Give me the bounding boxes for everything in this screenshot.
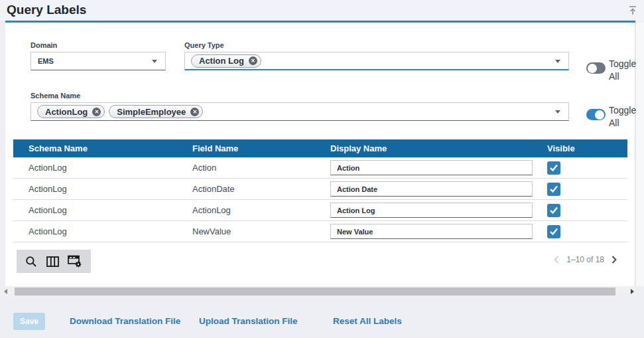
domain-select-value: EMS: [31, 57, 54, 65]
labels-table: Schema Name Field Name Display Name Visi…: [13, 139, 627, 242]
previous-page-icon[interactable]: [554, 256, 559, 264]
next-page-icon[interactable]: [612, 256, 617, 264]
query-type-chips: Action Log✕: [185, 54, 261, 68]
chip-label: ActionLog: [45, 107, 88, 117]
table-row: ActionLogNewValue: [13, 221, 627, 242]
display-name-input[interactable]: [330, 203, 533, 218]
pagination: 1–10 of 18: [554, 255, 617, 264]
selected-option-chip: SimpleEmployee✕: [109, 105, 203, 118]
search-icon[interactable]: [25, 256, 37, 268]
visible-checkbox[interactable]: [547, 183, 560, 196]
scrollbar-thumb[interactable]: [15, 288, 615, 296]
visible-checkbox[interactable]: [547, 204, 560, 217]
column-header-visible: Visible: [532, 143, 627, 153]
columns-icon[interactable]: [46, 256, 59, 267]
query-type-label: Query Type: [184, 41, 224, 49]
display-name-input[interactable]: [330, 224, 533, 239]
table-header-row: Schema Name Field Name Display Name Visi…: [13, 139, 627, 157]
schema-name-cell: ActionLog: [13, 205, 177, 215]
footer-bar: Save Download Translation File Upload Tr…: [0, 297, 644, 338]
page-title: Query Labels: [7, 3, 86, 17]
toggle-knob: [588, 64, 597, 73]
domain-select[interactable]: EMS: [31, 52, 166, 70]
grid-toolbar: [17, 250, 91, 273]
field-name-cell: NewValue: [177, 226, 315, 236]
display-name-input[interactable]: [330, 181, 533, 197]
reset-all-labels-link[interactable]: Reset All Labels: [333, 316, 402, 326]
column-header-schema-name: Schema Name: [13, 143, 177, 153]
visible-checkbox[interactable]: [547, 161, 560, 175]
toggle-knob: [595, 110, 604, 120]
page-range-text: 1–10 of 18: [566, 255, 604, 264]
chevron-down-icon: [555, 60, 560, 63]
table-body: ActionLogActionActionLogActionDateAction…: [13, 157, 627, 242]
schema-name-label: Schema Name: [31, 92, 80, 100]
download-translation-file-link[interactable]: Download Translation File: [70, 316, 180, 326]
scroll-left-icon[interactable]: [4, 289, 7, 294]
display-name-cell: [315, 203, 532, 218]
main-panel: Domain EMS Query Type Action Log✕ Toggle…: [5, 23, 635, 286]
display-name-input[interactable]: [330, 160, 533, 175]
schema-name-cell: ActionLog: [13, 184, 177, 194]
display-name-cell: [315, 224, 532, 239]
page-header: Query Labels: [0, 0, 644, 21]
schema-name-chips: ActionLog✕SimpleEmployee✕: [31, 105, 203, 118]
schema-name-cell: ActionLog: [13, 163, 177, 173]
query-type-select[interactable]: Action Log✕: [184, 52, 569, 70]
visible-cell: [532, 204, 627, 217]
collapse-panel-icon[interactable]: [627, 5, 639, 17]
vertical-scroll-gutter: [636, 23, 644, 286]
scroll-right-icon[interactable]: [631, 289, 634, 294]
chip-label: SimpleEmployee: [117, 107, 186, 117]
field-name-cell: ActionDate: [177, 184, 315, 194]
schema-name-select[interactable]: ActionLog✕SimpleEmployee✕: [31, 102, 569, 121]
visible-checkbox[interactable]: [547, 225, 560, 238]
chevron-down-icon: [555, 110, 560, 114]
display-name-cell: [315, 181, 532, 197]
chip-remove-icon[interactable]: ✕: [92, 108, 101, 116]
chip-label: Action Log: [199, 56, 244, 66]
field-name-cell: ActionLog: [177, 205, 315, 215]
visible-cell: [532, 161, 627, 175]
save-button[interactable]: Save: [13, 313, 45, 330]
table-row: ActionLogActionLog: [13, 200, 627, 221]
table-row: ActionLogActionDate: [13, 179, 627, 200]
query-type-toggle-all[interactable]: [586, 62, 606, 74]
schema-name-cell: ActionLog: [13, 226, 177, 236]
grid-settings-icon[interactable]: [68, 255, 82, 268]
domain-label: Domain: [31, 41, 57, 49]
visible-cell: [532, 183, 627, 196]
selected-option-chip: Action Log✕: [191, 54, 261, 68]
chevron-down-icon: [152, 60, 157, 63]
gear-icon: [75, 262, 81, 268]
display-name-cell: [315, 160, 532, 175]
chip-remove-icon[interactable]: ✕: [249, 56, 257, 65]
selected-option-chip: ActionLog✕: [37, 105, 105, 118]
horizontal-scrollbar[interactable]: [0, 286, 638, 297]
upload-translation-file-link[interactable]: Upload Translation File: [199, 316, 298, 326]
visible-cell: [532, 225, 627, 238]
table-row: ActionLogAction: [13, 157, 627, 179]
chip-remove-icon[interactable]: ✕: [190, 108, 199, 116]
column-header-field-name: Field Name: [177, 143, 315, 153]
field-name-cell: Action: [177, 163, 315, 173]
schema-name-toggle-all[interactable]: [586, 109, 606, 120]
query-labels-page: Query Labels Domain EMS Query Type Actio…: [0, 0, 644, 338]
column-header-display-name: Display Name: [315, 143, 532, 153]
